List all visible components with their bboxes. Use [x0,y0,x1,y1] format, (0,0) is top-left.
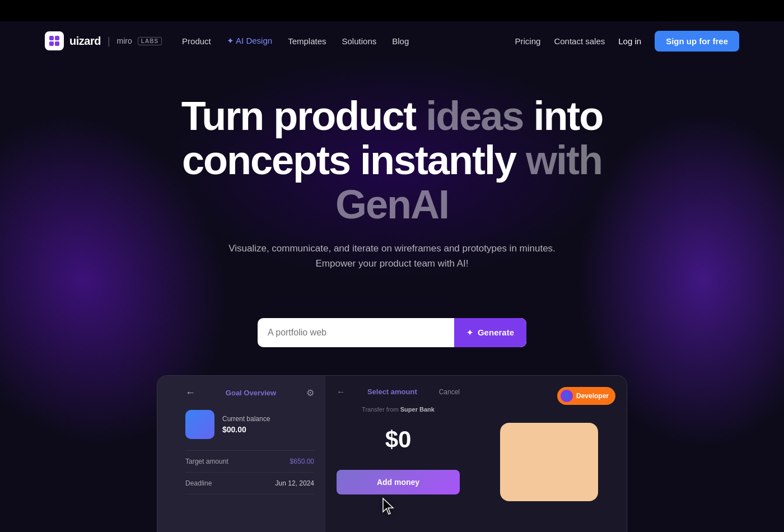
nav-links: Product ✦ AI Design Templates Solutions … [182,36,409,46]
navbar: uizard | miro LABS Product ✦ AI Design T… [0,21,784,60]
back-arrow-icon[interactable]: ← [185,387,195,399]
panel-middle-title: Select amount [367,388,417,396]
balance-value: $00.00 [222,425,270,434]
nav-left: uizard | miro LABS Product ✦ AI Design T… [45,31,409,50]
miro-label: miro [117,36,132,45]
hero-title-line2: concepts instantly with GenAI [182,138,602,227]
info-rows: Target amount $650.00 Deadline Jun 12, 2… [185,450,314,494]
hero-section: Turn product ideas into concepts instant… [0,60,784,293]
cancel-label[interactable]: Cancel [439,388,460,396]
preview-area: ← Goal Overview ⚙ Current balance $00.00… [0,375,784,532]
developer-badge: 👤 Developer [557,387,615,405]
add-money-button[interactable]: Add money [337,470,460,494]
bank-name: Super Bank [400,406,435,413]
hero-title: Turn product ideas into concepts instant… [140,94,644,227]
signup-button[interactable]: Sign up for free [655,31,739,52]
hero-subtitle: Visualize, communicate, and iterate on w… [210,241,574,271]
hero-title-muted1: ideas [426,94,533,138]
balance-info: Current balance $00.00 [222,415,270,434]
developer-label: Developer [576,392,609,400]
nav-contact-sales[interactable]: Contact sales [554,36,605,46]
search-container: ✦ Generate [258,318,526,347]
hero-title-white2: into [533,94,603,138]
nav-blog[interactable]: Blog [392,36,409,46]
svg-rect-2 [49,41,54,46]
deadline-value: Jun 12, 2024 [276,479,314,487]
transfer-from-text: Transfer from [362,406,399,413]
transfer-label: Transfer from Super Bank [362,406,435,413]
target-label: Target amount [185,458,228,465]
panel-far-left [157,376,174,532]
nav-ai-design[interactable]: ✦ AI Design [227,36,272,46]
nav-templates[interactable]: Templates [288,36,326,46]
nav-pricing[interactable]: Pricing [515,36,541,46]
panel-select-amount: ← Select amount Cancel Transfer from Sup… [325,376,471,532]
nav-right: Pricing Contact sales Log in Sign up for… [515,31,739,52]
logo-area[interactable]: uizard | miro LABS [45,31,162,50]
svg-rect-3 [55,41,59,46]
login-button[interactable]: Log in [618,36,641,46]
panel-left-title: Goal Overview [226,389,276,397]
preview-window: ← Goal Overview ⚙ Current balance $00.00… [157,375,627,532]
panel-middle-header: ← Select amount Cancel [337,387,460,397]
generate-star-icon: ✦ [466,328,473,337]
target-value: $650.00 [290,458,314,465]
info-row-deadline: Deadline Jun 12, 2024 [185,473,314,494]
panel-left-header: ← Goal Overview ⚙ [185,387,314,399]
nav-solutions[interactable]: Solutions [342,36,377,46]
hero-title-line1: Turn product ideas into [181,94,603,138]
nav-product[interactable]: Product [182,36,211,46]
orange-card [500,423,598,501]
top-bar [0,0,784,21]
panel-goal-overview: ← Goal Overview ⚙ Current balance $00.00… [174,376,325,532]
svg-rect-1 [55,36,59,40]
search-area: ✦ Generate [0,318,784,347]
dev-avatar: 👤 [561,390,573,402]
labs-badge: LABS [138,37,162,45]
search-input[interactable] [258,328,454,338]
deadline-label: Deadline [185,479,212,487]
cursor-icon [381,497,396,520]
generate-button[interactable]: ✦ Generate [454,318,526,347]
logo-divider: | [108,35,110,47]
amount-display: $0 [385,426,412,453]
generate-label: Generate [478,328,514,337]
balance-label: Current balance [222,415,270,423]
balance-card: Current balance $00.00 [185,410,314,439]
panel-middle-back-icon[interactable]: ← [337,387,346,397]
logo-icon [45,31,64,50]
nav-right-links: Pricing Contact sales [515,36,605,46]
brand-name: uizard [69,35,101,48]
hero-title-white1: Turn product [181,94,426,138]
svg-rect-0 [49,36,54,40]
panel-right: 👤 Developer [471,376,627,532]
info-row-target: Target amount $650.00 [185,451,314,473]
hero-title-white3: concepts instantly [182,138,526,183]
balance-icon [185,410,214,439]
gear-icon[interactable]: ⚙ [306,388,314,398]
